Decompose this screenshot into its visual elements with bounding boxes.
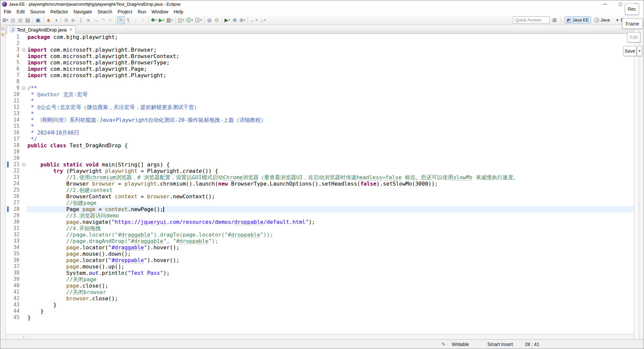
code-line-9[interactable]: 9/**	[6, 85, 634, 91]
edit-button[interactable]: Edit	[627, 32, 640, 42]
code-line-11[interactable]: 11 *	[6, 98, 634, 104]
perspective-java[interactable]: ⒿJava	[592, 16, 612, 23]
fold-collapse-icon[interactable]	[22, 163, 25, 166]
code-line-12[interactable]: 12 * @公众号:北京宏哥（微信搜索，关注宏哥，提前解锁更多测试干货）	[6, 104, 634, 110]
print-button[interactable]: ▤	[24, 16, 32, 24]
code-line-16[interactable]: 16 * 2024年10月08日	[6, 130, 634, 136]
fold-collapse-icon[interactable]	[22, 48, 25, 52]
code-line-25[interactable]: 25 //2.创建context	[6, 187, 634, 193]
code-line-23[interactable]: 23 //1.使用chromium浏览器，# 浏览器配置，设置以GUI模式启动C…	[6, 174, 634, 181]
frame-button[interactable]: Frame	[622, 18, 643, 29]
code-line-7[interactable]: 7import com.microsoft.playwright.Playwri…	[6, 72, 634, 79]
tab-close-icon[interactable]: ✕	[69, 28, 72, 32]
code-line-22[interactable]: 22 try (Playwright playwright = Playwrig…	[6, 168, 634, 174]
skip-all-breakpoints-button[interactable]: ⊘	[63, 16, 70, 24]
run-button[interactable]: ▶▾	[158, 16, 165, 24]
code-line-6[interactable]: 6import com.microsoft.playwright.Page;	[6, 66, 634, 72]
menu-navigate[interactable]: Navigate	[71, 9, 95, 15]
fold-collapse-icon[interactable]	[22, 86, 25, 90]
mark-occurrences-button[interactable]: ✎	[117, 16, 125, 24]
suspend-button[interactable]: ∥	[77, 16, 85, 24]
new-java-project-button[interactable]: ◫▾	[177, 16, 185, 24]
save-all-button[interactable]: ▩	[17, 16, 24, 24]
rec-button[interactable]: Rec	[625, 3, 639, 15]
forward-button[interactable]: →▾	[258, 16, 267, 24]
save-button[interactable]: Save	[623, 46, 637, 56]
resume-button[interactable]: ▶	[70, 16, 77, 24]
code-line-4[interactable]: 4import com.microsoft.playwright.Browser…	[6, 53, 634, 59]
code-line-29[interactable]: 29 //3.浏览器访问demo	[6, 212, 634, 219]
menu-refactor[interactable]: Refactor	[48, 9, 71, 15]
terminate-button[interactable]: ■	[85, 16, 92, 24]
menu-help[interactable]: Help	[171, 9, 186, 15]
menu-file[interactable]: File	[1, 9, 14, 15]
annotation-navigation-dropdown-icon[interactable]: ▾	[244, 18, 245, 21]
code-line-18[interactable]: 18public class Test_DragAndDrop {	[6, 142, 634, 149]
code-line-20[interactable]: 20	[6, 155, 634, 161]
menu-window[interactable]: Window	[149, 9, 171, 15]
quick-access-input[interactable]: Quick Access	[513, 16, 550, 23]
code-line-27[interactable]: 27 //创建page	[6, 200, 634, 206]
code-line-39[interactable]: 39 //关闭page	[6, 276, 634, 283]
vertical-scrollbar[interactable]	[634, 25, 639, 339]
forward-dropdown-icon[interactable]: ▾	[264, 18, 266, 21]
step-over-button[interactable]: ↷	[100, 16, 107, 24]
code-line-38[interactable]: 38 System.out.println("Test Pass");	[6, 270, 634, 276]
next-annotation-button[interactable]: ↓	[132, 16, 140, 24]
code-line-34[interactable]: 34 page.locator("#draggable").hover();	[6, 244, 634, 251]
menu-search[interactable]: Search	[95, 9, 115, 15]
package-explorer-icon[interactable]: ▤	[1, 33, 4, 36]
back-button[interactable]: ←▾	[249, 16, 258, 24]
menu-edit[interactable]: Edit	[14, 9, 28, 15]
save-button[interactable]: ▦	[9, 16, 17, 24]
code-line-33[interactable]: 33 //page.dragAndDrop("#draggable", "#dr…	[6, 238, 634, 244]
code-line-42[interactable]: 42 browser.close();	[6, 295, 634, 302]
search-button[interactable]: ⊙	[213, 16, 220, 24]
code-line-32[interactable]: 32 //page.locator("#draggable").dragTo(p…	[6, 232, 634, 238]
restore-views-icon[interactable]: ◱	[1, 27, 4, 30]
code-line-10[interactable]: 10 * @author 北京-宏哥	[6, 91, 634, 98]
new-wizard-dropdown-icon[interactable]: ▾	[7, 18, 8, 21]
code-line-15[interactable]: 15 *	[6, 123, 634, 130]
new-interface-dropdown-icon[interactable]: ▾	[200, 18, 202, 21]
scroll-left-icon[interactable]: ‹	[23, 335, 24, 339]
external-tools-button[interactable]: ▶▾	[223, 16, 231, 24]
debug-dropdown-icon[interactable]: ▾	[155, 18, 157, 21]
code-line-41[interactable]: 41 //关闭browser	[6, 289, 634, 295]
run-dropdown-icon[interactable]: ▾	[163, 18, 164, 21]
step-into-button[interactable]: ↘	[92, 16, 100, 24]
save-dropdown-icon[interactable]: ▼	[637, 46, 642, 56]
perspective-java-ee[interactable]: ◩Java EE	[565, 16, 591, 23]
code-line-37[interactable]: 37 page.mouse().up();	[6, 263, 634, 270]
open-console-button[interactable]: ▣	[35, 16, 42, 24]
new-wizard-button[interactable]: ⊞▾	[1, 16, 9, 24]
open-type-button[interactable]: ◎	[206, 16, 213, 24]
minimize-icon[interactable]: —	[597, 0, 613, 8]
step-return-button[interactable]: ↖	[107, 16, 114, 24]
code-line-40[interactable]: 40 page.close();	[6, 283, 634, 289]
editor-tab[interactable]: J Test_DragAndDrop.java ✕	[7, 26, 76, 34]
open-perspective-icon[interactable]: ⊞	[552, 16, 557, 24]
code-line-30[interactable]: 30 page.navigate("https://jqueryui.com/r…	[6, 219, 634, 225]
debug-button[interactable]: ✺▾	[150, 16, 158, 24]
code-line-17[interactable]: 17 */	[6, 136, 634, 142]
previous-annotation-button[interactable]: ↑	[140, 16, 147, 24]
code-line-5[interactable]: 5import com.microsoft.playwright.Browser…	[6, 59, 634, 66]
coverage-button[interactable]: ▥▾	[165, 16, 174, 24]
code-line-1[interactable]: 1package com.bjhg.playwright;	[6, 34, 634, 40]
new-java-project-dropdown-icon[interactable]: ▾	[183, 18, 184, 21]
back-dropdown-icon[interactable]: ▾	[256, 18, 257, 21]
external-tools-dropdown-icon[interactable]: ▾	[229, 18, 230, 21]
code-line-24[interactable]: 24 Browser browser = playwright.chromium…	[6, 181, 634, 187]
code-editor[interactable]: 1package com.bjhg.playwright;23import co…	[6, 34, 634, 334]
menu-run[interactable]: Run	[135, 9, 149, 15]
code-line-31[interactable]: 31 //4.开始拖拽	[6, 225, 634, 232]
show-whitespace-button[interactable]: ¶	[125, 16, 132, 24]
horizontal-scrollbar[interactable]: ‹	[6, 334, 634, 339]
code-line-8[interactable]: 8	[6, 79, 634, 85]
code-line-13[interactable]: 13 *	[6, 110, 634, 117]
new-servlet-button[interactable]: ◈	[45, 16, 52, 24]
coverage-dropdown-icon[interactable]: ▾	[171, 18, 173, 21]
code-line-44[interactable]: 44 }	[6, 308, 634, 314]
annotation-navigation-button[interactable]: ⊕▾	[238, 16, 247, 24]
